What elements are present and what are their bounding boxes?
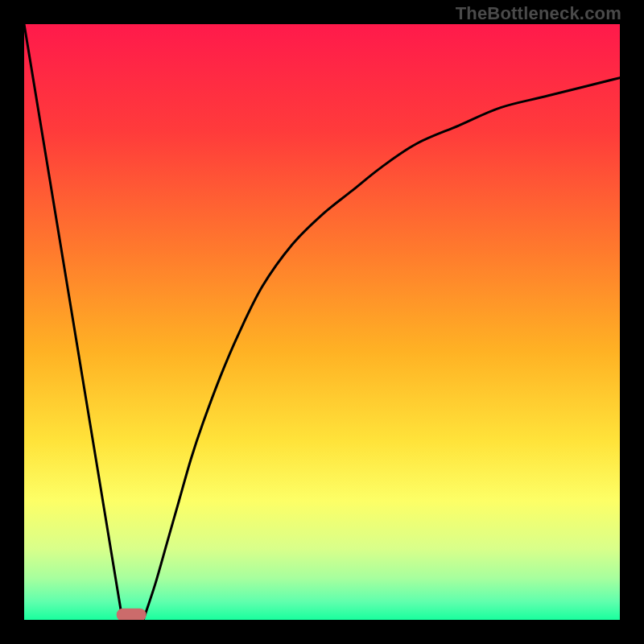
- watermark-text: TheBottleneck.com: [456, 3, 621, 24]
- minimum-marker: [117, 609, 147, 620]
- plot-area: [24, 24, 620, 620]
- chart-frame: TheBottleneck.com: [0, 0, 644, 644]
- gradient-background: [24, 24, 620, 620]
- bottleneck-chart: [24, 24, 620, 620]
